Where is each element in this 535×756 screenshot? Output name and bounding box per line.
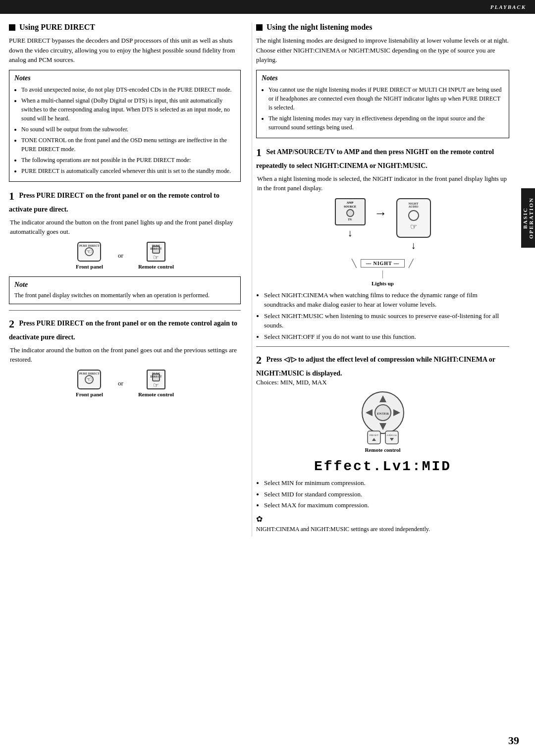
lights-up-label: Lights up <box>372 280 394 286</box>
remote-icon-label-1: PURE DIRECT <box>148 244 164 250</box>
remote-icon-1: PURE DIRECT ☞ <box>147 242 165 262</box>
pure-direct-body: PURE DIRECT bypasses the decoders and DS… <box>9 36 241 65</box>
night-bullet-2: Select NIGHT:MUSIC when listening to mus… <box>264 311 509 330</box>
step1-right-num: 1 <box>256 146 262 159</box>
side-tab-text: BASIC OPERATION <box>522 197 534 239</box>
top-bar: PLAYBACK <box>0 0 535 14</box>
pure-direct-title: Using PURE DIRECT <box>9 23 241 32</box>
remote-control-diagram: ENTER PRESET A/REGAL ☞ Rem <box>256 390 509 453</box>
step1-right: 1 Set AMP/SOURCE/TV to AMP and then pres… <box>256 144 509 342</box>
step2-num: 2 <box>9 318 14 330</box>
step1-right-header: 1 Set AMP/SOURCE/TV to AMP and then pres… <box>256 144 509 171</box>
step1-right-body: When a night listening mode is selected,… <box>256 174 509 193</box>
night-section-icon <box>256 24 263 31</box>
front-panel-icon-2: PURE DIRECT ☜ <box>77 370 101 389</box>
remote-ctrl-label: Remote control <box>365 447 400 453</box>
compression-bullet-2: Select MID for standard compression. <box>264 489 509 499</box>
pure-direct-notes-box: Notes To avoid unexpected noise, do not … <box>9 70 241 182</box>
remote-label-1: Remote control <box>138 264 174 270</box>
night-indicator: — NIGHT — <box>361 259 405 268</box>
tip-section: ✿ NIGHT:CINEMA and NIGHT:MUSIC settings … <box>256 514 509 534</box>
svg-text:PRESET: PRESET <box>369 434 378 436</box>
remote-label-2: Remote control <box>138 391 174 397</box>
or-label-1: or <box>118 252 123 260</box>
section-icon <box>9 24 15 31</box>
left-column: Using PURE DIRECT PURE DIRECT bypasses t… <box>9 23 252 537</box>
finger-icon-1: ☜ <box>86 248 92 256</box>
amp-icon: AMP SOURCE TV <box>335 198 366 225</box>
night-indicator-row: ╲ — NIGHT — ╱ <box>352 257 414 270</box>
audio-label: AUDIO <box>408 205 418 208</box>
preset-button: PRESET <box>367 430 381 445</box>
night-notes-list: You cannot use the night listening modes… <box>262 85 504 132</box>
remote-icon-2: PURE DIRECT ☞ <box>147 370 165 389</box>
night-indicator-area: ╲ — NIGHT — ╱ | Lights up <box>256 257 509 286</box>
tip-text: NIGHT:CINEMA and NIGHT:MUSIC settings ar… <box>256 525 509 534</box>
front-panel-label: Front panel <box>76 264 103 270</box>
step1-diagram: PURE DIRECT ☜ Front panel or PURE DIRECT… <box>9 242 241 270</box>
tip-icon: ✿ <box>256 514 509 524</box>
recall-button: A/REGAL <box>384 430 399 445</box>
night-bullet-1: Select NIGHT:CINEMA when watching films … <box>264 290 509 310</box>
down-arrow-1: ↓ <box>348 227 353 239</box>
lcd-display: Effect.Lv1:MID <box>256 459 509 474</box>
step2-left-body: The indicator around the button on the f… <box>9 345 241 365</box>
remote-icon-label-2: PURE DIRECT <box>148 372 164 378</box>
night-remote-icon: NIGHT AUDIO ☞ <box>396 198 431 238</box>
step2-right: 2 Press ◁/▷ to adjust the effect level o… <box>256 346 509 534</box>
step1-right-heading: Set AMP/SOURCE/TV to AMP and then press … <box>256 148 494 169</box>
night-bullet-3: Select NIGHT:OFF if you do not want to u… <box>264 332 509 342</box>
remote-side-controls: PRESET A/REGAL <box>367 430 399 445</box>
remote-control-item-1: PURE DIRECT ☞ Remote control <box>138 242 174 270</box>
note-single-body: The front panel display switches on mome… <box>14 291 235 300</box>
step2-left-header: 2 Press PURE DIRECT on the front panel o… <box>9 310 241 342</box>
side-tab: BASIC OPERATION <box>521 188 535 248</box>
note-item-last: PURE DIRECT is automatically canceled wh… <box>21 166 235 175</box>
source-label: SOURCE <box>344 205 356 208</box>
note-single-title: Note <box>14 281 235 289</box>
step1-left-heading: Press PURE DIRECT on the front panel or … <box>9 191 219 213</box>
front-panel-circle-2: ☜ <box>85 375 94 384</box>
hand-icon: ☞ <box>410 222 417 231</box>
night-notes-title: Notes <box>262 74 504 82</box>
night-heading: Using the night listening modes <box>267 23 372 32</box>
step2-right-heading: Press ◁/▷ to adjust the effect level of … <box>256 356 495 377</box>
step2-diagram: PURE DIRECT ☜ Front panel or PURE DIRECT… <box>9 370 241 397</box>
amp-label: AMP <box>347 201 354 204</box>
notes-list-1: To avoid unexpected noise, do not play D… <box>14 85 235 175</box>
note-item-3: No sound will be output from the subwoof… <box>21 125 235 134</box>
front-panel-item-2: PURE DIRECT ☜ Front panel <box>76 370 103 397</box>
front-panel-circle: ☜ <box>85 247 94 256</box>
svg-rect-10 <box>385 431 398 444</box>
or-label-2: or <box>118 379 123 387</box>
step1-num: 1 <box>9 190 14 202</box>
remote-wheel: ENTER <box>361 390 405 435</box>
note-item-2: When a multi-channel signal (Dolby Digit… <box>21 96 235 123</box>
night-title: Using the night listening modes <box>256 23 509 32</box>
night-remote-diagram: NIGHT AUDIO ☞ ↓ <box>396 198 431 251</box>
step1-left-body: The indicator around the button on the f… <box>9 217 241 237</box>
night-note-1: You cannot use the night listening modes… <box>268 85 504 112</box>
amp-diagram: AMP SOURCE TV ↓ <box>335 198 366 239</box>
step1-right-bullets: Select NIGHT:CINEMA when watching films … <box>256 290 509 342</box>
front-panel-item: PURE DIRECT ☜ Front panel <box>76 242 103 270</box>
front-panel-label-2: Front panel <box>76 391 103 397</box>
note-item-4: TONE CONTROL on the front panel and the … <box>21 136 235 154</box>
svg-rect-7 <box>368 431 380 444</box>
note-item-1: To avoid unexpected noise, do not play D… <box>21 85 235 94</box>
svg-text:A/REGAL: A/REGAL <box>386 434 397 436</box>
page-number: 39 <box>508 734 519 747</box>
down-arrow-2: ↓ <box>411 240 416 251</box>
compression-bullet-1: Select MIN for minimum compression. <box>264 478 509 488</box>
night-diagram-container: AMP SOURCE TV ↓ → NIGHT AUDIO ☞ <box>256 198 509 251</box>
slash-right: ╱ <box>409 259 414 268</box>
night-note-2: The night listening modes may vary in ef… <box>268 114 504 132</box>
remote-control-item-2: PURE DIRECT ☞ Remote control <box>138 370 174 397</box>
bar-vert: | <box>382 270 383 278</box>
front-panel-icon-label: PURE DIRECT <box>78 244 100 247</box>
step2-right-num: 2 <box>256 354 262 366</box>
pure-direct-heading: Using PURE DIRECT <box>19 23 95 32</box>
right-column: Using the night listening modes The nigh… <box>252 23 509 537</box>
slash-left: ╲ <box>352 259 357 268</box>
finger-icon-4: ☞ <box>153 381 159 389</box>
